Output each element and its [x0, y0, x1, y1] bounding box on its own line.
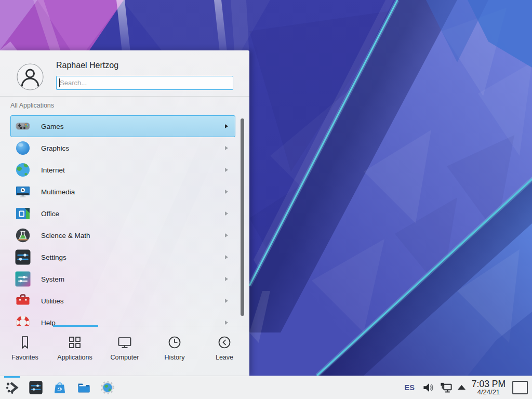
submenu-arrow-icon	[225, 299, 228, 303]
category-science-math[interactable]: Science & Math	[10, 224, 235, 246]
taskbar: ES 7:03 PM 4/24/21	[0, 376, 532, 399]
user-avatar-icon	[17, 63, 44, 90]
launcher-tabbar: Favorites Applications	[0, 326, 249, 376]
discover-icon	[52, 380, 67, 395]
desktop: Raphael Hertzog All Applications	[0, 0, 532, 399]
volume-icon[interactable]	[422, 381, 434, 394]
tab-favorites[interactable]: Favorites	[0, 326, 50, 376]
submenu-arrow-icon	[225, 146, 228, 150]
submenu-arrow-icon	[225, 277, 228, 281]
category-utilities[interactable]: Utilities	[10, 290, 235, 312]
konqueror-icon	[100, 380, 115, 395]
digital-clock[interactable]: 7:03 PM 4/24/21	[472, 379, 506, 396]
tab-applications[interactable]: Applications	[50, 326, 100, 376]
category-label: Internet	[41, 166, 65, 174]
application-launcher-menu: Raphael Hertzog All Applications	[0, 50, 249, 376]
tab-history[interactable]: History	[150, 326, 200, 376]
multimedia-icon	[15, 183, 31, 200]
tab-computer[interactable]: Computer	[100, 326, 150, 376]
category-graphics[interactable]: Graphics	[10, 137, 235, 159]
launcher-button-system-settings[interactable]	[29, 380, 43, 395]
graphics-icon	[15, 140, 31, 156]
submenu-arrow-icon	[225, 168, 228, 172]
system-tray: ES 7:03 PM 4/24/21	[404, 379, 532, 396]
launcher-button-web-browser[interactable]	[100, 380, 115, 395]
submenu-arrow-icon	[225, 255, 228, 259]
active-task-indicator	[4, 376, 20, 378]
show-desktop-button[interactable]	[512, 381, 528, 394]
system-settings-icon	[29, 380, 43, 395]
submenu-arrow-icon	[225, 124, 228, 128]
category-label: Games	[41, 123, 64, 130]
tab-label: Computer	[111, 354, 139, 361]
games-icon	[15, 118, 31, 135]
category-label: Office	[41, 210, 59, 218]
submenu-arrow-icon	[225, 233, 228, 237]
category-label: Settings	[41, 254, 66, 261]
computer-icon	[117, 335, 132, 350]
expand-tray-icon[interactable]	[458, 385, 466, 390]
science-icon	[15, 227, 31, 244]
tab-label: Applications	[57, 354, 92, 361]
category-label: Utilities	[41, 297, 64, 305]
tab-label: History	[165, 354, 185, 361]
submenu-arrow-icon	[225, 211, 228, 216]
clock-time: 7:03 PM	[472, 379, 506, 389]
office-icon	[15, 205, 31, 222]
category-label: Graphics	[41, 144, 69, 152]
utilities-icon	[15, 292, 31, 309]
category-label: Multimedia	[41, 188, 75, 196]
launcher-button-discover[interactable]	[52, 380, 67, 395]
category-list: Games Graphics	[10, 115, 235, 326]
history-icon	[167, 335, 182, 350]
help-icon	[15, 314, 31, 326]
kickoff-icon	[5, 380, 19, 395]
search-input[interactable]	[56, 76, 233, 90]
settings-icon	[15, 249, 31, 265]
clock-date: 4/24/21	[472, 389, 506, 396]
internet-icon	[15, 162, 31, 178]
dolphin-icon	[76, 380, 91, 395]
leave-icon	[217, 335, 232, 350]
tab-label: Leave	[216, 354, 233, 361]
submenu-arrow-icon	[225, 190, 228, 194]
favorites-icon	[17, 335, 33, 350]
user-name: Raphael Hertzog	[56, 61, 118, 70]
tab-label: Favorites	[11, 354, 38, 361]
launcher-header: Raphael Hertzog	[0, 50, 249, 97]
scrollbar[interactable]	[241, 118, 244, 316]
taskbar-launchers	[0, 380, 115, 395]
active-tab-indicator	[53, 325, 98, 327]
category-label: System	[41, 275, 64, 283]
category-label: Science & Math	[41, 232, 90, 240]
tab-leave[interactable]: Leave	[200, 326, 249, 376]
category-internet[interactable]: Internet	[10, 159, 235, 181]
launcher-button-file-manager[interactable]	[76, 380, 91, 395]
section-label: All Applications	[10, 102, 54, 109]
category-games[interactable]: Games	[10, 115, 235, 137]
text-cursor	[59, 78, 60, 87]
category-multimedia[interactable]: Multimedia	[10, 181, 235, 203]
category-settings[interactable]: Settings	[10, 246, 235, 268]
system-icon	[15, 271, 31, 287]
launcher-button-kickoff[interactable]	[5, 380, 19, 395]
category-office[interactable]: Office	[10, 203, 235, 224]
category-help[interactable]: Help	[10, 312, 235, 326]
network-icon[interactable]	[440, 381, 453, 394]
submenu-arrow-icon	[225, 321, 228, 325]
keyboard-layout-indicator[interactable]: ES	[404, 383, 414, 392]
category-system[interactable]: System	[10, 268, 235, 290]
applications-icon	[67, 335, 83, 350]
